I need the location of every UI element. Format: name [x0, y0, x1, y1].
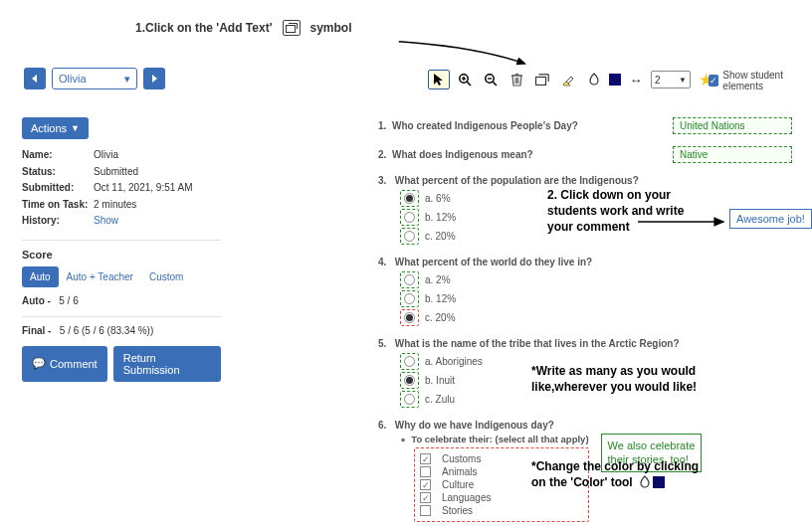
svg-line-4 [467, 82, 471, 86]
q1-number: 1. [378, 120, 392, 131]
instruction-1-text-b: symbol [310, 21, 352, 35]
q4-prompt: What percent of the world do they live i… [395, 257, 592, 267]
checkbox-checked-icon [420, 492, 431, 503]
zoom-out-tool[interactable] [480, 70, 502, 89]
q5-opt-a-text: a. Aborigines [425, 356, 483, 367]
highlighter-tool[interactable] [557, 70, 579, 89]
color-tool-sample-icon [639, 475, 665, 489]
q4-opt-c-text: c. 20% [425, 312, 456, 323]
arrow-instruction-2 [638, 217, 727, 227]
q6-chk-4[interactable]: Languages [420, 492, 583, 503]
teacher-comment-awesome[interactable]: Awesome job! [729, 209, 812, 229]
metadata-sidebar: Actions ▼ Name:Olivia Status:Submitted S… [22, 117, 221, 382]
meta-name-value: Olivia [94, 149, 118, 160]
q3-opt-b-text: b. 12% [425, 212, 456, 223]
prev-student-button[interactable] [24, 68, 46, 89]
radio-icon [404, 212, 415, 223]
q6-chk-2-text: Animals [442, 466, 478, 477]
change-color-a: *Change the color by clicking [531, 458, 699, 474]
q5-opt-b-text: b. Inuit [425, 375, 455, 386]
show-student-elements-label: Show student elements [722, 70, 812, 91]
q1-prompt: Who created Indigenous People's Day? [392, 120, 578, 131]
score-tabs: Auto Auto + Teacher Custom [22, 266, 221, 287]
final-score-label: Final - [22, 325, 51, 336]
actions-label: Actions [31, 122, 67, 134]
q2-prompt: What does Indigenous mean? [392, 149, 533, 160]
auto-score-value: 5 / 6 [59, 295, 78, 306]
q4-number: 4. [378, 257, 392, 267]
pointer-tool[interactable] [428, 70, 450, 89]
q2-number: 2. [378, 149, 392, 160]
q6-number: 6. [378, 420, 392, 431]
score-heading: Score [22, 249, 221, 261]
add-text-icon-sample [283, 20, 301, 36]
radio-icon [404, 394, 415, 405]
instruction-1: 1.Click on the 'Add Text' symbol [135, 20, 352, 36]
instruction-1-text-a: 1.Click on the 'Add Text' [135, 21, 273, 35]
history-show-link[interactable]: Show [94, 215, 118, 226]
arrow-instruction-1 [388, 40, 537, 70]
score-tab-auto[interactable]: Auto [22, 266, 59, 287]
delete-tool[interactable] [506, 70, 527, 89]
next-student-button[interactable] [143, 68, 165, 89]
chevron-down-icon: ▾ [124, 73, 130, 86]
q6-subprompt: To celebrate their: (select all that app… [411, 434, 588, 444]
meta-submitted-value: Oct 11, 2021, 9:51 AM [94, 182, 193, 193]
radio-icon [404, 293, 415, 304]
q4-opt-b[interactable]: b. 12% [400, 290, 792, 307]
student-select-value: Olivia [59, 73, 87, 85]
q5-opt-c-text: c. Zulu [425, 394, 455, 405]
color-swatch[interactable] [609, 74, 621, 86]
meta-name-label: Name: [22, 147, 94, 164]
score-tab-auto-teacher[interactable]: Auto + Teacher [59, 266, 141, 287]
comment-label: Comment [50, 358, 98, 370]
return-submission-button[interactable]: Return Submission [113, 346, 221, 382]
score-tab-custom[interactable]: Custom [141, 266, 191, 287]
q4-opt-c[interactable]: c. 20% [400, 309, 792, 326]
q2-answer[interactable]: Native [673, 146, 792, 163]
q6-chk-1-text: Customs [442, 453, 481, 464]
question-1: 1. Who created Indigenous People's Day? … [378, 117, 792, 134]
meta-tot-label: Time on Task: [22, 197, 94, 214]
q6-chk-3-text: Culture [442, 479, 474, 490]
instruction-change-color: *Change the color by clicking on the 'Co… [531, 458, 699, 490]
final-score-line: Final - 5 / 6 (5 / 6 (83.34 %)) [22, 325, 221, 336]
q6-chk-5-text: Stories [442, 505, 473, 516]
instruction-write-many: *Write as many as you would like,whereve… [531, 363, 697, 395]
checkbox-checked-icon [420, 479, 431, 490]
chevron-down-icon: ▼ [679, 76, 687, 85]
q1-answer[interactable]: United Nations [673, 117, 792, 134]
color-tool[interactable] [583, 70, 605, 89]
checkbox-icon [420, 505, 431, 516]
radio-filled-icon [404, 312, 415, 323]
q4-opt-a[interactable]: a. 2% [400, 271, 792, 288]
q5-prompt: What is the name of the tribe that lives… [395, 338, 680, 349]
zoom-in-tool[interactable] [454, 70, 476, 89]
meta-status-value: Submitted [94, 166, 138, 177]
meta-submitted-label: Submitted: [22, 180, 94, 197]
final-score-value: 5 / 6 (5 / 6 (83.34 %)) [60, 325, 154, 336]
annotation-toolbar: ↔ 2 ▼ ★ [428, 68, 716, 91]
q5-number: 5. [378, 338, 392, 349]
line-width-value: 2 [655, 75, 661, 86]
auto-score-line: Auto - 5 / 6 [22, 295, 221, 306]
add-text-tool[interactable] [531, 70, 553, 89]
line-width-select[interactable]: 2 ▼ [651, 71, 691, 88]
svg-rect-15 [536, 78, 546, 86]
q6-prompt: Why do we have Indigenous day? [395, 420, 554, 431]
meta-tot-value: 2 minutes [94, 199, 136, 210]
comment-button[interactable]: 💬 Comment [22, 346, 107, 382]
submission-meta: Name:Olivia Status:Submitted Submitted:O… [22, 147, 221, 230]
q6-chk-5[interactable]: Stories [420, 505, 583, 516]
return-label: Return Submission [123, 352, 211, 376]
auto-score-label: Auto - [22, 295, 51, 306]
write-many-b: like,wherever you would like! [531, 379, 697, 395]
radio-icon [404, 231, 415, 242]
width-icon: ↔ [625, 70, 647, 89]
radio-filled-icon [404, 375, 415, 386]
q6-chk-4-text: Languages [442, 492, 492, 503]
student-select[interactable]: Olivia ▾ [52, 68, 137, 89]
show-student-elements-toggle[interactable]: ✓ Show student elements [709, 70, 812, 91]
actions-button[interactable]: Actions ▼ [22, 117, 89, 139]
divider [22, 316, 221, 317]
